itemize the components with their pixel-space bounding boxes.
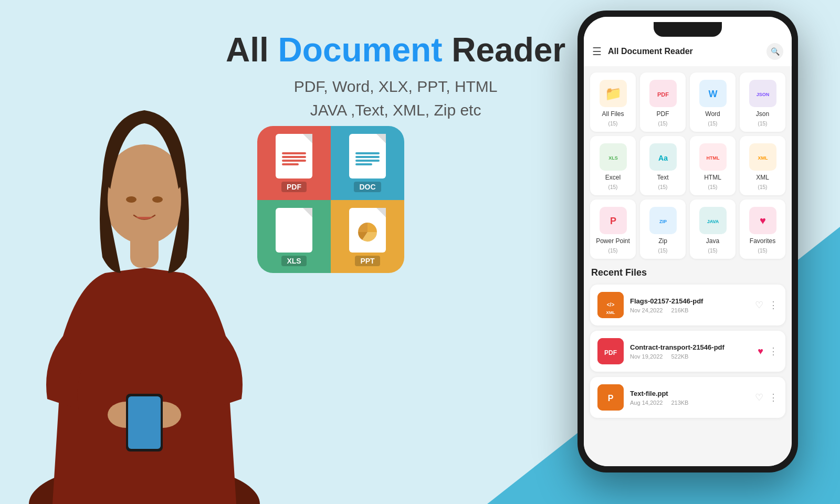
json-icon: JSON	[749, 80, 776, 107]
pdf-card[interactable]: PDF PDF (15)	[640, 72, 686, 132]
doc-icon-cell: DOC	[331, 126, 404, 200]
recent-file-1-info: Flags-02157-21546-pdf Nov 24,2022 216KB	[630, 297, 749, 313]
svg-text:JSON: JSON	[756, 92, 769, 97]
recent-file-3-actions: ♡ ⋮	[755, 392, 778, 403]
recent-file-2-size: 522KB	[671, 353, 688, 360]
recent-file-2[interactable]: PDF Contract-transport-21546-pdf Nov 19,…	[590, 331, 785, 372]
html-name: HTML	[704, 174, 721, 181]
html-count: (15)	[708, 184, 718, 190]
recent-file-1[interactable]: </> XML Flags-02157-21546-pdf Nov 24,202…	[590, 285, 785, 326]
app-content: 📁 All Files (15) PDF PDF	[584, 66, 792, 466]
favorites-card[interactable]: ♥ Favorites (15)	[740, 200, 785, 259]
recent-file-2-meta: Nov 19,2022 522KB	[630, 353, 751, 360]
recent-files-title: Recent Files	[590, 267, 785, 278]
svg-rect-8	[128, 396, 161, 449]
excel-count: (15)	[608, 184, 618, 190]
xls-label: XLS	[281, 256, 306, 266]
phone-screen: ☰ All Document Reader 🔍 📁 All Files (15)	[584, 17, 792, 466]
xls-doc-icon	[276, 208, 312, 253]
text-icon: Aa	[649, 143, 677, 171]
json-name: Json	[756, 110, 769, 118]
pdf-doc-icon	[276, 134, 312, 178]
text-count: (15)	[658, 184, 668, 190]
app-icons-grid: PDF DOC XLS	[257, 126, 404, 273]
html-card[interactable]: HTML HTML (15)	[690, 136, 736, 195]
doc-label: DOC	[354, 182, 381, 192]
search-button[interactable]: 🔍	[766, 43, 783, 60]
recent-file-1-name: Flags-02157-21546-pdf	[630, 297, 749, 305]
phone-frame: ☰ All Document Reader 🔍 📁 All Files (15)	[578, 10, 798, 472]
svg-text:P: P	[610, 216, 616, 226]
word-count: (15)	[708, 121, 718, 127]
recent-file-1-meta: Nov 24,2022 216KB	[630, 307, 749, 313]
json-card[interactable]: JSON Json (15)	[740, 72, 785, 132]
recent-file-2-more-btn[interactable]: ⋮	[769, 345, 778, 357]
recent-file-2-date: Nov 19,2022	[630, 353, 663, 360]
svg-text:XLS: XLS	[608, 155, 618, 161]
svg-text:Aa: Aa	[658, 154, 668, 162]
phone-notch	[654, 22, 722, 37]
recent-file-1-size: 216KB	[671, 307, 688, 313]
svg-point-4	[152, 196, 163, 203]
svg-text:P: P	[608, 394, 614, 403]
file-type-grid: 📁 All Files (15) PDF PDF	[590, 72, 785, 259]
word-card[interactable]: W Word (15)	[690, 72, 736, 132]
ppt-icon-cell: PPT	[331, 200, 404, 273]
pdf-icon-cell: PDF	[257, 126, 331, 200]
hamburger-icon[interactable]: ☰	[592, 45, 602, 58]
recent-file-3-more-btn[interactable]: ⋮	[769, 392, 778, 403]
favorites-icon: ♥	[749, 207, 776, 234]
powerpoint-card[interactable]: P Power Point (15)	[590, 200, 636, 259]
recent-file-1-icon: </> XML	[597, 292, 624, 318]
excel-icon: XLS	[600, 143, 627, 171]
recent-file-2-icon: PDF	[597, 338, 624, 364]
powerpoint-icon: P	[600, 207, 627, 234]
recent-file-3-favorite-btn[interactable]: ♡	[755, 392, 763, 403]
pdf-icon: PDF	[649, 80, 677, 107]
pdf-name: PDF	[657, 110, 669, 118]
xls-icon-cell: XLS	[257, 200, 331, 273]
recent-file-2-actions: ♥ ⋮	[758, 345, 778, 357]
all-files-card[interactable]: 📁 All Files (15)	[590, 72, 636, 132]
recent-file-3-icon: P	[597, 384, 624, 411]
word-icon: W	[699, 80, 727, 107]
recent-file-1-favorite-btn[interactable]: ♡	[755, 299, 763, 311]
svg-text:♥: ♥	[760, 215, 766, 226]
recent-file-1-more-btn[interactable]: ⋮	[769, 299, 778, 311]
svg-text:PDF: PDF	[604, 349, 617, 356]
svg-text:ZIP: ZIP	[659, 219, 666, 224]
java-icon: JAVA	[699, 207, 727, 234]
recent-file-3-name: Text-file.ppt	[630, 390, 749, 397]
favorites-count: (15)	[758, 248, 768, 254]
app-header-title: All Document Reader	[608, 47, 760, 56]
doc-doc-lines	[353, 151, 382, 167]
recent-file-1-date: Nov 24,2022	[630, 307, 663, 313]
zip-icon: ZIP	[649, 207, 677, 234]
svg-text:HTML: HTML	[706, 155, 719, 161]
recent-file-2-info: Contract-transport-21546-pdf Nov 19,2022…	[630, 343, 751, 360]
xml-card[interactable]: XML XML (15)	[740, 136, 785, 195]
pdf-doc-lines	[280, 151, 308, 167]
powerpoint-name: Power Point	[596, 237, 630, 245]
subtitle-line1: PDF, Word, XLX, PPT, HTML	[226, 75, 565, 98]
text-card[interactable]: Aa Text (15)	[640, 136, 686, 195]
xml-name: XML	[756, 174, 769, 181]
svg-text:W: W	[708, 89, 717, 99]
excel-card[interactable]: XLS Excel (15)	[590, 136, 636, 195]
main-title: All Document Reader	[226, 32, 565, 68]
recent-file-3[interactable]: P Text-file.ppt Aug 14,2022 213KB ♡ ⋮	[590, 377, 785, 418]
svg-text:XML: XML	[606, 310, 615, 315]
recent-file-1-actions: ♡ ⋮	[755, 299, 778, 311]
recent-file-2-favorite-btn[interactable]: ♥	[758, 346, 763, 357]
word-name: Word	[705, 110, 720, 118]
zip-card[interactable]: ZIP Zip (15)	[640, 200, 686, 259]
html-icon: HTML	[699, 143, 727, 171]
all-files-icon: 📁	[600, 80, 627, 107]
excel-name: Excel	[605, 174, 621, 181]
doc-doc-icon	[349, 134, 386, 178]
recent-file-3-date: Aug 14,2022	[630, 400, 663, 406]
json-count: (15)	[758, 121, 768, 127]
java-card[interactable]: JAVA Java (15)	[690, 200, 736, 259]
recent-file-2-name: Contract-transport-21546-pdf	[630, 343, 751, 351]
ppt-doc-icon	[349, 208, 386, 253]
